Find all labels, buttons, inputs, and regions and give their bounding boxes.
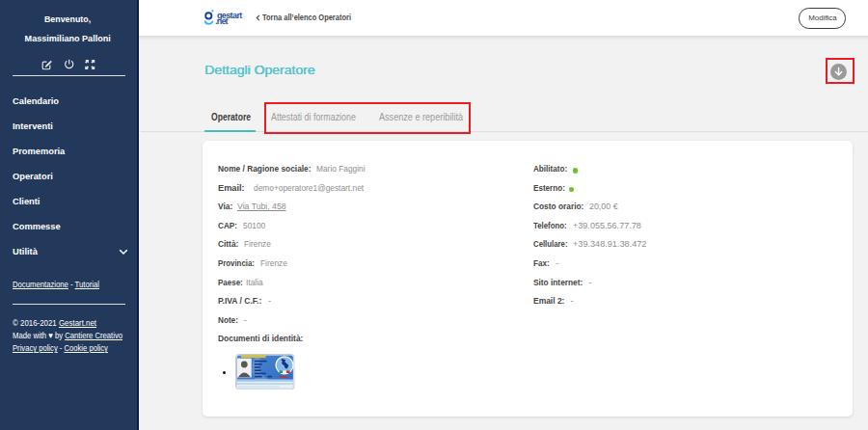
svg-text:.net: .net bbox=[215, 16, 228, 26]
